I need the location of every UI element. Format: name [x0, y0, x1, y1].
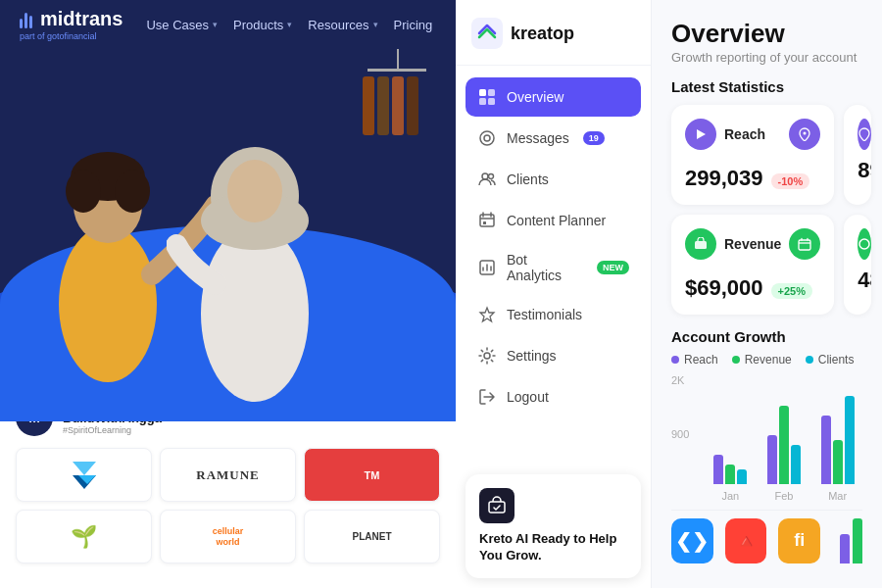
cloth-1	[363, 76, 374, 135]
svg-rect-16	[488, 98, 495, 105]
reach-name: Reach	[724, 126, 765, 142]
mar-bar-teal	[845, 396, 855, 484]
feb-label: Feb	[775, 490, 794, 502]
vscode-icon[interactable]: ❮❯	[671, 518, 713, 564]
hero-area	[0, 49, 456, 421]
svg-point-4	[115, 170, 150, 213]
figma-icon[interactable]: fi	[778, 518, 820, 564]
reach-card-header: Reach	[685, 119, 820, 150]
legend-dot-revenue	[732, 356, 740, 364]
svg-point-31	[859, 239, 869, 249]
sidebar-item-overview[interactable]: Overview	[466, 77, 641, 117]
app-icons-strip: ❮❯ 🔺 fi	[671, 510, 862, 564]
stat-card-reach-partial: 🔔 89,77	[844, 105, 871, 205]
sidebar-item-messages[interactable]: Messages 19	[466, 119, 641, 158]
legend-dot-reach	[671, 356, 679, 364]
clients-icon	[477, 170, 497, 189]
logout-icon	[477, 387, 497, 407]
svg-point-28	[804, 131, 807, 134]
clothes-items	[358, 76, 436, 135]
jan-bar-teal	[737, 469, 747, 484]
content-planner-label: Content Planner	[507, 213, 606, 228]
svg-point-18	[484, 135, 490, 141]
revenue-badge: +25%	[771, 283, 812, 299]
revenue-left-icon	[685, 228, 716, 260]
sidebar-item-testimonials[interactable]: Testimonials	[466, 295, 641, 334]
overview-title: Overview	[671, 20, 862, 48]
reach-value: 299,039	[685, 166, 763, 191]
stats-grid: Reach 299,039 -10%	[671, 105, 862, 315]
sidebar-item-clients[interactable]: Clients	[466, 160, 641, 199]
legend: Reach Revenue Clients	[671, 353, 862, 367]
mar-label: Mar	[828, 490, 847, 502]
nav-resources[interactable]: Resources ▾	[308, 18, 377, 32]
laravel-icon[interactable]: 🔺	[725, 518, 767, 564]
svg-rect-14	[488, 89, 495, 96]
logo-planet: PLANET	[304, 510, 440, 564]
svg-point-3	[66, 170, 101, 213]
content-planner-icon	[477, 211, 497, 230]
overview-label: Overview	[507, 89, 564, 105]
products-chevron: ▾	[287, 20, 292, 29]
chart-bars: Jan Feb Mar	[706, 394, 862, 502]
mar-bar-green	[833, 440, 843, 484]
legend-reach: Reach	[671, 353, 718, 367]
logo-name: midtrans	[40, 8, 122, 30]
legend-dot-clients	[806, 356, 813, 364]
logout-label: Logout	[507, 389, 549, 405]
revenue-name: Revenue	[724, 236, 781, 252]
cloth-4	[407, 76, 418, 135]
clients-label: Clients	[507, 172, 549, 187]
svg-point-19	[482, 173, 488, 179]
svg-rect-12	[471, 18, 503, 49]
legend-label-reach: Reach	[684, 353, 718, 367]
revenue-right-icon	[789, 228, 820, 260]
chart-month-jan: Jan	[706, 455, 756, 502]
partial-chart	[840, 518, 862, 564]
bot-analytics-icon	[477, 258, 497, 277]
partial-bar-2	[853, 518, 862, 564]
settings-icon	[477, 346, 497, 366]
svg-marker-24	[480, 308, 494, 321]
nav-pricing[interactable]: Pricing	[394, 18, 433, 32]
feb-bar-purple	[767, 435, 777, 484]
feb-bars	[760, 406, 809, 484]
svg-marker-9	[73, 462, 96, 475]
sidebar-nav: Overview Messages 19	[456, 66, 651, 465]
svg-point-5	[201, 225, 309, 402]
sidebar-item-bot-analytics[interactable]: Bot Analytics NEW	[466, 242, 641, 293]
reach-right-icon	[789, 119, 820, 150]
nav-products[interactable]: Products ▾	[233, 18, 292, 32]
latest-stats-title: Latest Statistics	[671, 78, 862, 95]
chart-month-feb: Feb	[760, 406, 809, 502]
nav-use-cases[interactable]: Use Cases ▾	[146, 18, 218, 32]
ai-card-icon	[479, 488, 514, 523]
jan-bar-green	[725, 465, 735, 484]
use-cases-chevron: ▾	[213, 20, 218, 29]
svg-rect-13	[479, 89, 486, 96]
sidebar-item-settings[interactable]: Settings	[466, 336, 641, 375]
stat-card-revenue: Revenue $69,000 +25%	[671, 215, 834, 315]
logo-cellular: cellularworld	[160, 510, 296, 564]
ai-card-text: Kreto AI Ready to Help You Grow.	[479, 531, 627, 564]
sidebar-item-content-planner[interactable]: Content Planner	[466, 201, 641, 240]
jan-label: Jan	[721, 490, 739, 502]
partial-left-icon	[858, 119, 871, 150]
logo-bar-2	[24, 13, 27, 28]
chart-month-mar: Mar	[812, 396, 862, 502]
logo-bar-1	[20, 19, 23, 28]
svg-point-8	[227, 160, 282, 222]
bot-analytics-badge: NEW	[597, 261, 629, 274]
y-axis-labels: 2K 900	[671, 374, 701, 482]
rack-bar	[368, 69, 426, 72]
bot-analytics-label: Bot Analytics	[507, 252, 583, 283]
kreatop-header: kreatop	[456, 0, 651, 66]
feb-bar-teal	[791, 445, 801, 484]
testimonials-label: Testimonials	[507, 307, 582, 322]
jan-bars	[706, 455, 756, 484]
svg-rect-30	[799, 240, 810, 250]
revenue-card-header: Revenue	[685, 228, 820, 260]
svg-rect-22	[483, 221, 486, 224]
sidebar-item-logout[interactable]: Logout	[466, 377, 641, 416]
resources-chevron: ▾	[373, 20, 378, 29]
